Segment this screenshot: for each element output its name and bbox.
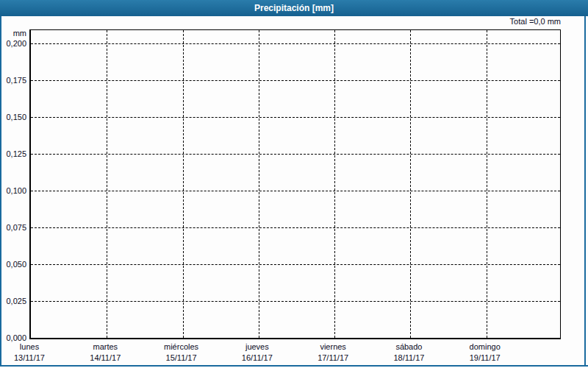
- v-gridline: [107, 30, 107, 338]
- x-day-label: martes14/11/17: [65, 342, 146, 364]
- x-day-label: domingo19/11/17: [445, 342, 526, 364]
- x-day-label: jueves16/11/17: [217, 342, 298, 364]
- frame-border-bottom: [0, 365, 588, 367]
- frame-border-left: [0, 16, 1, 367]
- v-gridline: [334, 30, 335, 338]
- x-day-name: martes: [65, 342, 146, 353]
- h-gridline: [31, 301, 560, 302]
- y-tick-label: 0,200: [0, 38, 26, 49]
- h-gridline: [31, 43, 560, 44]
- y-tick-label: 0,050: [0, 259, 26, 269]
- y-axis-unit-label: mm: [0, 29, 26, 38]
- x-day-label: sábado18/11/17: [368, 342, 449, 364]
- h-gridline: [31, 191, 560, 191]
- v-gridline: [410, 30, 411, 338]
- v-gridline: [259, 30, 259, 338]
- x-day-date: 18/11/17: [368, 353, 449, 364]
- v-gridline: [487, 30, 487, 338]
- x-day-date: 13/11/17: [0, 353, 70, 364]
- y-tick-label: 0,025: [0, 296, 26, 306]
- h-gridline: [31, 80, 560, 81]
- x-day-label: miércoles15/11/17: [141, 342, 222, 364]
- chart-window: Precipitación [mm] Total =0,0 mm mm 0,00…: [0, 0, 588, 368]
- x-day-date: 15/11/17: [141, 353, 222, 364]
- x-day-date: 16/11/17: [217, 353, 298, 364]
- x-day-date: 19/11/17: [445, 353, 526, 364]
- x-day-date: 14/11/17: [65, 353, 146, 364]
- x-day-name: domingo: [445, 342, 526, 353]
- y-tick-label: 0,075: [0, 222, 26, 233]
- h-gridline: [31, 154, 560, 155]
- x-day-name: lunes: [0, 342, 70, 353]
- y-tick-label: 0,150: [0, 112, 26, 122]
- y-tick-label: 0,125: [0, 149, 26, 159]
- x-day-name: jueves: [217, 342, 298, 353]
- total-label: Total =0,0 mm: [510, 17, 561, 26]
- x-day-date: 17/11/17: [293, 353, 373, 364]
- v-gridline: [183, 30, 184, 338]
- x-day-name: sábado: [368, 342, 449, 353]
- frame-border-right: [584, 16, 586, 367]
- plot-area: [29, 29, 561, 339]
- chart-title-bar: Precipitación [mm]: [0, 0, 588, 16]
- x-day-name: miércoles: [141, 342, 222, 353]
- x-day-name: viernes: [293, 342, 373, 353]
- y-tick-label: 0,175: [0, 75, 26, 85]
- chart-title: Precipitación [mm]: [254, 3, 334, 13]
- y-tick-label: 0,100: [0, 185, 26, 196]
- h-gridline: [31, 117, 560, 118]
- h-gridline: [31, 264, 560, 265]
- h-gridline: [31, 227, 560, 228]
- x-day-label: viernes17/11/17: [293, 342, 373, 364]
- x-day-label: lunes13/11/17: [0, 342, 70, 364]
